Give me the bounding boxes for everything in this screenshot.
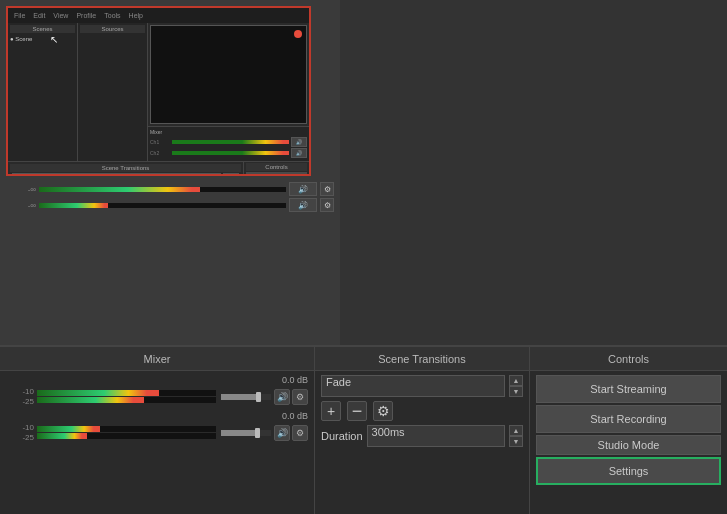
preview-gear-1[interactable]: ⚙: [320, 182, 334, 196]
main-obs-ui: Mixer 0.0 dB -10 -25: [0, 345, 727, 514]
inner-menu-edit: Edit: [33, 12, 45, 19]
vol-slider-2[interactable]: [221, 430, 271, 436]
inner-obs-screenshot: File Edit View Profile Tools Help Scenes…: [6, 6, 311, 176]
gear-btn-1[interactable]: ⚙: [292, 389, 308, 405]
mixer-db-2: 0.0 dB: [282, 411, 308, 421]
mixer-scale-2: -10 -25: [6, 423, 34, 442]
mixer-bar-2b: [37, 433, 216, 439]
inner-menu-profile: Profile: [76, 12, 96, 19]
preview-fill-2: [39, 203, 108, 208]
inner-scene-item: ● Scene: [10, 35, 75, 43]
start-recording-label: Start Recording: [590, 413, 666, 425]
inner-ctrl-panel-small: Controls Start Streaming Start Recording…: [244, 162, 309, 176]
start-recording-btn[interactable]: Start Recording: [536, 405, 721, 433]
controls-label: Controls: [608, 353, 649, 365]
preview-gear-2[interactable]: ⚙: [320, 198, 334, 212]
settings-label: Settings: [609, 465, 649, 477]
mixer-icons-2: 🔊 ⚙: [274, 425, 308, 441]
duration-spin-up[interactable]: ▲: [509, 425, 523, 436]
mixer-bar-1b: [37, 397, 216, 403]
inner-fade-row: Fade ⇅: [10, 173, 241, 176]
inner-preview: [150, 25, 307, 124]
inner-indicator-dot: [294, 30, 302, 38]
preview-speaker-2[interactable]: 🔊: [289, 198, 317, 212]
mixer-channel-2: -10 -25: [6, 423, 308, 442]
vol-slider-1[interactable]: [221, 394, 271, 400]
inner-spinbox[interactable]: ⇅: [223, 173, 239, 176]
preview-speaker-1[interactable]: 🔊: [289, 182, 317, 196]
fade-spin-up[interactable]: ▲: [509, 375, 523, 386]
mixer-fill-1a: [37, 390, 159, 396]
transitions-header: Scene Transitions: [315, 347, 529, 371]
remove-transition-btn[interactable]: −: [347, 401, 367, 421]
studio-mode-label: Studio Mode: [598, 439, 660, 451]
mixer-db-1: 0.0 dB: [282, 375, 308, 385]
inner-level-2: [172, 151, 289, 155]
mute-btn-2[interactable]: 🔊: [274, 425, 290, 441]
inner-mixer-label: Mixer: [150, 129, 307, 135]
mixer-meters-2: [37, 426, 216, 439]
vol-fill-1: [221, 394, 257, 400]
duration-label: Duration: [321, 430, 363, 442]
inner-scenes-label: Scenes: [10, 25, 75, 33]
duration-spin-down[interactable]: ▼: [509, 436, 523, 447]
inner-trans-panel: Scene Transitions Fade ⇅ Duration: 300ms: [8, 162, 244, 176]
gear-icon: ⚙: [377, 403, 390, 419]
inner-start-stream-btn[interactable]: Start Streaming: [246, 172, 307, 176]
inner-audio-mixer: Mixer Ch1 🔊 Ch2 🔊: [148, 126, 309, 161]
inner-mute-btn[interactable]: 🔊: [291, 137, 307, 147]
vol-fill-2: [221, 430, 256, 436]
inner-level-1: [172, 140, 289, 144]
transitions-body: Fade ▲ ▼ + − ⚙: [315, 371, 529, 514]
inner-ctrl-label: Controls: [246, 163, 307, 171]
inner-main-area: Mixer Ch1 🔊 Ch2 🔊: [148, 23, 309, 161]
duration-row: Duration 300ms ▲ ▼: [321, 425, 523, 447]
inner-audio-row-2: Ch2 🔊: [150, 148, 307, 158]
vol-thumb-2: [255, 428, 260, 438]
preview-audio-2: -∞ 🔊 ⚙: [6, 198, 334, 212]
duration-input[interactable]: 300ms: [367, 425, 505, 447]
preview-meter-2: [39, 203, 286, 208]
mixer-scale-lbl-4: -25: [6, 433, 34, 442]
transition-gear-btn[interactable]: ⚙: [373, 401, 393, 421]
fade-select[interactable]: Fade: [321, 375, 505, 397]
mixer-scale-lbl-1: -10: [6, 387, 34, 396]
mixer-fill-2a: [37, 426, 100, 432]
gear-btn-2[interactable]: ⚙: [292, 425, 308, 441]
inner-fade-select[interactable]: Fade: [12, 173, 221, 176]
mixer-label: Mixer: [144, 353, 171, 365]
mute-btn-1[interactable]: 🔊: [274, 389, 290, 405]
inner-menu-view: View: [53, 12, 68, 19]
inner-bottom-panels: Scene Transitions Fade ⇅ Duration: 300ms…: [8, 161, 309, 176]
inner-sources-label: Sources: [80, 25, 145, 33]
transitions-panel: Scene Transitions Fade ▲ ▼ +: [315, 347, 530, 514]
start-streaming-btn[interactable]: Start Streaming: [536, 375, 721, 403]
inner-menu-help: Help: [129, 12, 143, 19]
settings-btn[interactable]: Settings: [536, 457, 721, 485]
preview-ch1-label: -∞: [6, 185, 36, 194]
inner-obs-body: Scenes ● Scene Sources Mixer: [8, 23, 309, 161]
duration-spinbox[interactable]: ▲ ▼: [509, 425, 523, 447]
inner-trans-label: Scene Transitions: [10, 164, 241, 172]
inner-mute-btn-2[interactable]: 🔊: [291, 148, 307, 158]
mixer-scale-lbl-2: -25: [6, 397, 34, 406]
bottom-panels-row: Mixer 0.0 dB -10 -25: [0, 347, 727, 514]
transitions-label: Scene Transitions: [378, 353, 465, 365]
add-transition-btn[interactable]: +: [321, 401, 341, 421]
inner-menu-tools: Tools: [104, 12, 120, 19]
controls-panel: Controls Start Streaming Start Recording…: [530, 347, 727, 514]
inner-scenes-panel: Scenes ● Scene: [8, 23, 78, 161]
mixer-bar-2a: [37, 426, 216, 432]
preview-right-dark: [340, 0, 727, 345]
fade-spin-down[interactable]: ▼: [509, 386, 523, 397]
studio-mode-btn[interactable]: Studio Mode: [536, 435, 721, 455]
preview-meter-1: [39, 187, 286, 192]
trans-toolbar: + − ⚙: [321, 401, 523, 421]
mixer-fill-2b: [37, 433, 87, 439]
inner-menu-bar: File Edit View Profile Tools Help: [8, 8, 309, 23]
fade-spinbox[interactable]: ▲ ▼: [509, 375, 523, 397]
mixer-panel: Mixer 0.0 dB -10 -25: [0, 347, 315, 514]
mixer-icons-1: 🔊 ⚙: [274, 389, 308, 405]
inner-audio-row-1: Ch1 🔊: [150, 137, 307, 147]
preview-ch2-label: -∞: [6, 201, 36, 210]
